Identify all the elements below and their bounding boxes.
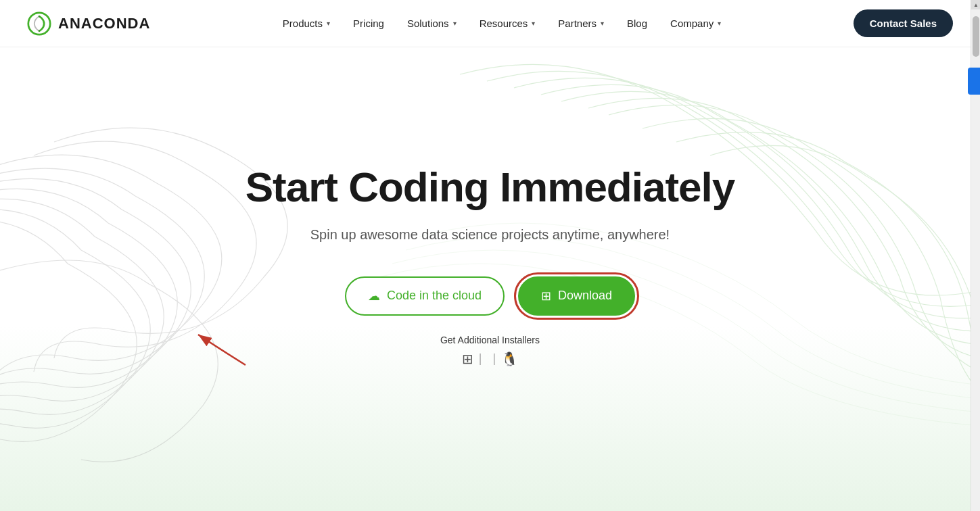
nav-item-pricing[interactable]: Pricing [344,12,394,34]
sidebar-indicator [968,68,980,95]
chevron-down-icon: ▾ [532,20,535,27]
download-button[interactable]: ⊞ Download [518,276,635,316]
logo-text: ANACONDA [58,15,150,32]
windows-icon: ⊞ [541,289,551,303]
chevron-down-icon: ▾ [453,20,457,27]
separator: | [479,351,482,366]
cloud-icon: ☁ [368,289,380,303]
hero-section: Start Coding Immediately Spin up awesome… [0,47,980,511]
nav-item-partners[interactable]: Partners ▾ [549,12,613,34]
nav-links: Products ▾ Pricing Solutions ▾ Resources… [273,12,730,34]
download-button-wrapper: ⊞ Download [518,276,635,316]
linux-installer-icon[interactable]: 🐧 [501,351,518,367]
nav-item-blog[interactable]: Blog [617,12,657,34]
chevron-down-icon: ▾ [327,20,330,27]
scrollbar-thumb[interactable] [973,16,979,57]
navbar: ANACONDA Products ▾ Pricing Solutions ▾ … [0,0,980,47]
contact-sales-button[interactable]: Contact Sales [854,9,953,37]
additional-installers-label: Get Additional Installers [246,335,735,345]
scroll-up-btn[interactable]: ▲ [971,0,980,9]
nav-item-products[interactable]: Products ▾ [273,12,340,34]
chevron-down-icon: ▾ [601,20,604,27]
windows-installer-icon[interactable]: ⊞ [462,351,473,367]
code-in-cloud-button[interactable]: ☁ Code in the cloud [345,276,505,316]
logo-link[interactable]: ANACONDA [27,11,150,36]
hero-title: Start Coding Immediately [246,164,735,210]
additional-installers: Get Additional Installers ⊞ | | 🐧 [246,335,735,367]
chevron-down-icon: ▾ [718,20,721,27]
installer-icons[interactable]: ⊞ | | 🐧 [246,351,735,367]
hero-subtitle: Spin up awesome data science projects an… [246,227,735,243]
separator: | [492,351,496,366]
anaconda-logo-icon [27,11,51,36]
nav-item-resources[interactable]: Resources ▾ [470,12,545,34]
nav-item-solutions[interactable]: Solutions ▾ [398,12,466,34]
hero-buttons: ☁ Code in the cloud ⊞ Download [246,276,735,316]
hero-content: Start Coding Immediately Spin up awesome… [246,164,735,366]
nav-item-company[interactable]: Company ▾ [661,12,730,34]
